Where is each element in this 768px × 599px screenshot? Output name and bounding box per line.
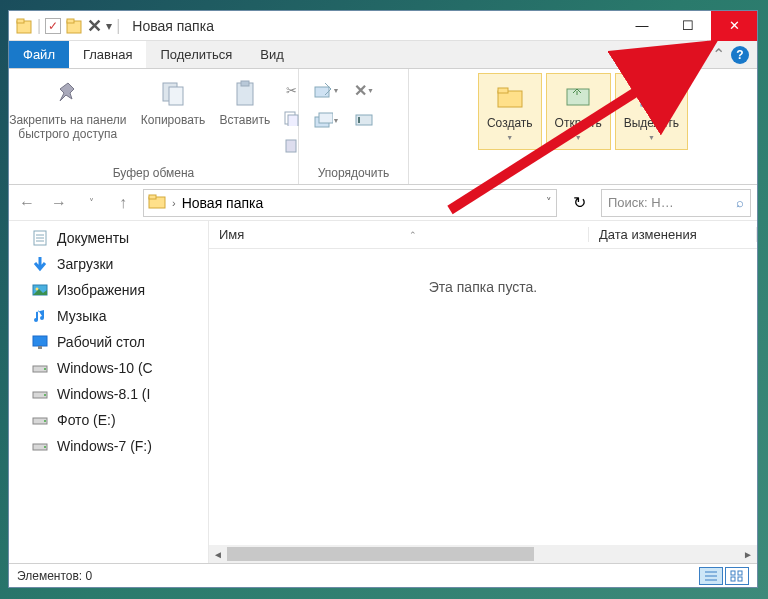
refresh-button[interactable]: ↻ — [565, 189, 593, 217]
svg-rect-18 — [567, 89, 589, 105]
empty-folder-message: Эта папка пуста. — [209, 249, 757, 325]
nav-item-3[interactable]: Музыка — [9, 303, 208, 329]
recent-dropdown-icon[interactable]: ˅ — [79, 191, 103, 215]
pin-icon — [50, 75, 86, 111]
search-icon[interactable]: ⌕ — [736, 195, 744, 210]
maximize-button[interactable]: ☐ — [665, 11, 711, 41]
svg-rect-22 — [653, 98, 661, 106]
scroll-thumb[interactable] — [227, 547, 534, 561]
svg-rect-32 — [38, 346, 42, 349]
scroll-right-icon[interactable]: ► — [739, 545, 757, 563]
svg-rect-31 — [33, 336, 47, 346]
doc-icon — [31, 229, 49, 247]
tab-share[interactable]: Поделиться — [146, 41, 246, 68]
svg-rect-19 — [641, 86, 649, 94]
minimize-button[interactable]: — — [619, 11, 665, 41]
back-button[interactable]: ← — [15, 191, 39, 215]
tab-home[interactable]: Главная — [69, 41, 146, 68]
nav-item-4[interactable]: Рабочий стол — [9, 329, 208, 355]
nav-item-5[interactable]: Windows-10 (C — [9, 355, 208, 381]
ribbon-right: ⌃ ? — [712, 41, 757, 68]
create-button[interactable]: Создать▼ — [478, 73, 542, 150]
svg-rect-1 — [17, 19, 24, 23]
svg-rect-3 — [67, 19, 74, 23]
icons-view-button[interactable] — [725, 567, 749, 585]
chevron-right-icon[interactable]: › — [172, 197, 176, 209]
qat-dropdown-icon[interactable]: ▾ — [106, 19, 112, 33]
organize-label: Упорядочить — [318, 164, 389, 182]
nav-item-8[interactable]: Windows-7 (F:) — [9, 433, 208, 459]
nav-item-label: Windows-8.1 (I — [57, 386, 150, 402]
details-view-button[interactable] — [699, 567, 723, 585]
svg-rect-17 — [498, 88, 508, 93]
close-button[interactable]: ✕ — [711, 11, 757, 41]
nav-item-0[interactable]: Документы — [9, 225, 208, 251]
body-area: ДокументыЗагрузкиИзображенияМузыкаРабочи… — [9, 221, 757, 563]
nav-item-label: Музыка — [57, 308, 107, 324]
folder-icon-2[interactable] — [65, 15, 83, 37]
checkbox-icon[interactable]: ✓ — [45, 18, 61, 34]
horizontal-scrollbar[interactable]: ◄ ► — [209, 545, 757, 563]
paste-button[interactable]: Вставить — [213, 73, 276, 129]
move-to-icon[interactable]: ▼ — [309, 77, 343, 103]
nav-item-2[interactable]: Изображения — [9, 277, 208, 303]
delete-icon[interactable]: ✕ — [87, 15, 102, 37]
copy-to-icon[interactable]: ▼ — [309, 107, 343, 133]
svg-rect-11 — [315, 87, 329, 97]
svg-rect-20 — [653, 86, 661, 94]
column-name[interactable]: Имя⌃ — [209, 227, 589, 242]
drive-icon — [31, 437, 49, 455]
address-dropdown-icon[interactable]: ˅ — [546, 196, 552, 209]
status-bar: Элементов: 0 — [9, 563, 757, 587]
tab-file[interactable]: Файл — [9, 41, 69, 68]
explorer-window: | ✓ ✕ ▾ | Новая папка — ☐ ✕ Файл Главная… — [8, 10, 758, 588]
ribbon-group-clipboard: Закрепить на панели быстрого доступа Коп… — [9, 69, 299, 184]
img-icon — [31, 281, 49, 299]
delete-icon[interactable]: ✕▼ — [347, 77, 381, 103]
drive-icon — [31, 385, 49, 403]
ribbon-group-new-open-select: Создать▼ Открыть▼ Выделить▼ — [409, 69, 757, 184]
select-button[interactable]: Выделить▼ — [615, 73, 688, 150]
svg-point-38 — [44, 420, 46, 422]
nav-item-label: Документы — [57, 230, 129, 246]
svg-rect-24 — [149, 195, 156, 199]
nav-item-label: Загрузки — [57, 256, 113, 272]
down-icon — [31, 255, 49, 273]
up-button[interactable]: ↑ — [111, 191, 135, 215]
nav-item-label: Фото (E:) — [57, 412, 116, 428]
svg-rect-46 — [731, 577, 735, 581]
ribbon-group-organize: ▼ ✕▼ ▼ Упорядочить — [299, 69, 409, 184]
svg-rect-15 — [358, 117, 360, 123]
help-icon[interactable]: ? — [731, 46, 749, 64]
address-bar[interactable]: › Новая папка ˅ — [143, 189, 557, 217]
navigation-pane[interactable]: ДокументыЗагрузкиИзображенияМузыкаРабочи… — [9, 221, 209, 563]
file-list[interactable]: Эта папка пуста. ◄ ► — [209, 249, 757, 563]
pin-button[interactable]: Закрепить на панели быстрого доступа — [3, 73, 133, 144]
quick-access-toolbar: | ✓ ✕ ▾ | — [9, 15, 120, 37]
svg-rect-10 — [286, 140, 296, 152]
item-count: Элементов: 0 — [17, 569, 92, 583]
open-button[interactable]: Открыть▼ — [546, 73, 611, 150]
copy-button[interactable]: Копировать — [135, 73, 212, 129]
nav-item-7[interactable]: Фото (E:) — [9, 407, 208, 433]
rename-icon[interactable] — [347, 107, 381, 133]
drive-icon — [31, 411, 49, 429]
nav-item-1[interactable]: Загрузки — [9, 251, 208, 277]
svg-rect-7 — [241, 81, 249, 86]
nav-item-6[interactable]: Windows-8.1 (I — [9, 381, 208, 407]
search-input[interactable]: Поиск: Н… ⌕ — [601, 189, 751, 217]
svg-rect-21 — [641, 98, 649, 106]
column-date[interactable]: Дата изменения — [589, 227, 757, 242]
ribbon-collapse-icon[interactable]: ⌃ — [712, 45, 725, 64]
folder-icon — [148, 193, 166, 212]
address-path: Новая папка — [182, 195, 264, 211]
svg-point-34 — [44, 368, 46, 370]
forward-button[interactable]: → — [47, 191, 71, 215]
svg-rect-13 — [319, 113, 333, 123]
desk-icon — [31, 333, 49, 351]
navigation-bar: ← → ˅ ↑ › Новая папка ˅ ↻ Поиск: Н… ⌕ — [9, 185, 757, 221]
scroll-track[interactable] — [227, 545, 739, 563]
scroll-left-icon[interactable]: ◄ — [209, 545, 227, 563]
nav-item-label: Изображения — [57, 282, 145, 298]
tab-view[interactable]: Вид — [246, 41, 298, 68]
